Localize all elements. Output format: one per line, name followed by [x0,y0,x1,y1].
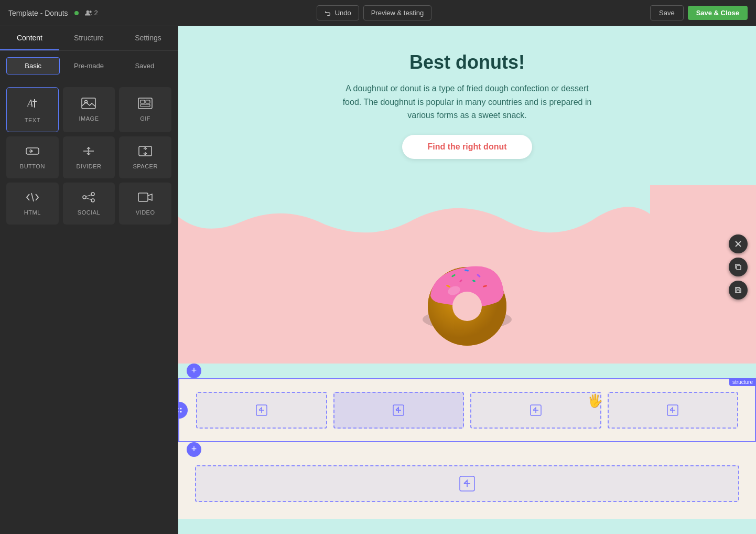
divider-icon [81,145,96,159]
save-close-button[interactable]: Save & Close [688,6,748,20]
svg-point-22 [91,193,94,196]
users-badge: 2 [85,9,98,17]
wide-col-icon [458,475,476,493]
svg-point-42 [180,411,182,412]
html-svg [25,191,40,203]
topbar-left: Template - Donuts 2 [8,9,98,17]
button-icon [25,145,40,159]
copy-fab-icon [735,263,742,271]
element-image[interactable]: IMAGE [63,87,115,132]
move-handle[interactable] [178,402,188,419]
add-section-button-2[interactable]: + [187,442,201,457]
svg-point-0 [86,10,89,13]
app-title: Template - Donuts [8,9,68,17]
cta-wrap: Find the right donut [210,135,725,159]
column-3[interactable] [470,392,601,429]
sidebar-subtabs: Basic Pre-made Saved [0,51,178,81]
svg-rect-26 [138,193,148,201]
sidebar: Content Structure Settings Basic Pre-mad… [0,26,178,534]
divider-svg [81,145,96,157]
topbar: Template - Donuts 2 Undo Preview & testi… [0,0,756,26]
template-description: A doughnut or donut is a type of fried d… [336,82,598,122]
close-fab-icon [735,240,742,248]
html-icon [25,191,40,205]
canvas-area[interactable]: Best donuts! A doughnut or donut is a ty… [178,26,756,534]
spacer-icon [138,145,153,159]
preview-button[interactable]: Preview & testing [363,5,431,20]
svg-text:A: A [27,98,34,109]
image-svg [81,98,96,109]
video-svg [138,191,153,203]
columns-row [196,392,738,429]
column-4-icon [665,403,680,418]
tab-structure[interactable]: Structure [59,26,118,50]
donut-image-area [178,185,756,364]
svg-rect-9 [146,100,150,103]
element-video[interactable]: VIDEO [119,183,171,225]
social-svg [81,191,96,203]
topbar-right: Save Save & Close [650,5,748,20]
wave-overlay [178,185,650,248]
social-icon [81,191,96,205]
element-gif[interactable]: GIF [119,87,171,132]
add-section-area-2: + [178,442,756,457]
svg-point-41 [178,411,179,412]
move-icon [178,406,183,414]
svg-line-20 [31,193,34,201]
column-2[interactable] [333,392,465,429]
save-button[interactable]: Save [650,5,684,20]
svg-line-25 [86,198,91,200]
subtab-basic[interactable]: Basic [6,57,60,74]
add-section-button-1[interactable]: + [187,364,201,378]
elements-grid: A TEXT IMAGE [0,81,178,231]
subtab-saved[interactable]: Saved [118,57,171,74]
copy-fab-button[interactable] [729,258,748,276]
button-svg [25,145,40,157]
add-section-area-1: + [178,364,756,378]
gif-svg [138,98,153,109]
svg-rect-5 [82,98,95,109]
element-divider[interactable]: DIVIDER [63,136,115,178]
undo-button[interactable]: Undo [317,5,359,20]
subtab-premade[interactable]: Pre-made [62,57,115,74]
svg-rect-55 [737,265,741,270]
tab-content[interactable]: Content [0,26,59,50]
gif-icon [138,98,153,111]
element-social[interactable]: SOCIAL [63,183,115,225]
template-title: Best donuts! [210,51,725,73]
spacer-svg [138,145,153,157]
element-button[interactable]: BUTTON [6,136,59,178]
canvas-content: Best donuts! A doughnut or donut is a ty… [178,26,756,534]
save-fab-button[interactable] [729,281,748,300]
column-1-icon [254,403,269,418]
element-text[interactable]: A TEXT [6,87,59,132]
users-icon [85,9,92,17]
close-fab-button[interactable] [729,234,748,253]
element-spacer[interactable]: SPACER [119,136,171,178]
column-3-icon [528,403,543,418]
wide-placeholder[interactable] [195,465,739,502]
columns-section[interactable] [178,378,756,442]
text-icon: A [25,96,40,113]
undo-icon [325,9,332,17]
column-2-icon [391,403,406,418]
svg-rect-10 [141,104,150,106]
svg-rect-57 [737,287,739,289]
save-fab-icon [735,286,742,294]
right-actions [729,234,748,300]
svg-point-1 [89,10,91,13]
svg-point-40 [180,408,182,409]
svg-rect-8 [141,100,145,103]
svg-line-24 [86,195,91,197]
element-html[interactable]: HTML [6,183,59,225]
text-svg: A [25,96,40,111]
wide-placeholder-section [178,457,756,519]
cta-button[interactable]: Find the right donut [402,135,532,159]
tab-settings[interactable]: Settings [118,26,178,50]
columns-section-wrapper: structure [178,378,756,442]
status-indicator [74,11,79,15]
template-header: Best donuts! A doughnut or donut is a ty… [178,26,756,185]
main-layout: Content Structure Settings Basic Pre-mad… [0,26,756,534]
column-1[interactable] [196,392,327,429]
column-4[interactable] [608,392,739,429]
